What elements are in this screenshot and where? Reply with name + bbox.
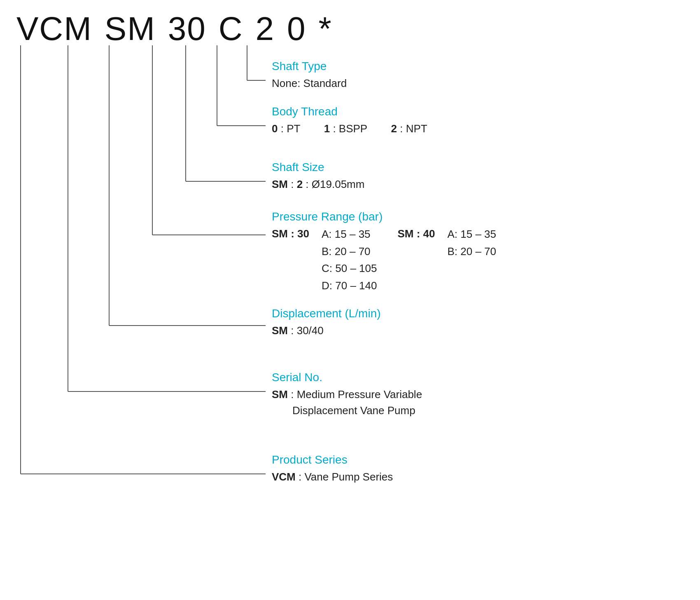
shaft-size-body: SM : 2 : Ø19.05mm: [272, 176, 364, 192]
serial-value2: Displacement Vane Pump: [292, 404, 415, 417]
serial-sm: SM: [272, 388, 288, 401]
pr-range-c: C: 50 – 105: [322, 260, 377, 277]
product-series-body: VCM : Vane Pump Series: [272, 469, 393, 485]
shaft-type-value: None: Standard: [272, 77, 347, 89]
bt-2: 2: [391, 122, 397, 135]
diagram-lines: [0, 0, 700, 600]
ps-value: : Vane Pump Series: [296, 471, 393, 483]
displacement-section: Displacement (L/min) SM : 30/40: [272, 307, 381, 339]
pressure-range-title: Pressure Range (bar): [272, 210, 496, 223]
shaft-size-title: Shaft Size: [272, 161, 364, 174]
pr40-range-b: B: 20 – 70: [448, 243, 497, 260]
pr-sm30-col: SM : 30: [272, 226, 309, 242]
code-30: 30: [168, 12, 206, 45]
product-series-section: Product Series VCM : Vane Pump Series: [272, 453, 393, 485]
main-container: VCM SM 30 C 2 0 * Shaft Type None: Stand…: [0, 0, 700, 600]
serial-line1: SM : Medium Pressure Variable: [272, 387, 422, 403]
pr-range-a: A: 15 – 35: [322, 226, 377, 243]
body-thread-section: Body Thread 0 : PT 1 : BSPP 2 : NPT: [272, 105, 427, 137]
ss-sm: SM: [272, 178, 288, 190]
pr-sm30-ranges: A: 15 – 35 B: 20 – 70 C: 50 – 105 D: 70 …: [322, 226, 377, 294]
disp-sm: SM: [272, 324, 288, 337]
serial-no-body: SM : Medium Pressure Variable Displaceme…: [272, 387, 422, 419]
code-2: 2: [256, 12, 275, 45]
ss-sep: :: [288, 178, 297, 190]
pr-sm40-ranges: A: 15 – 35 B: 20 – 70: [448, 226, 497, 260]
body-thread-body: 0 : PT 1 : BSPP 2 : NPT: [272, 121, 427, 137]
shaft-type-section: Shaft Type None: Standard: [272, 60, 347, 91]
disp-value: : 30/40: [288, 324, 324, 337]
serial-no-section: Serial No. SM : Medium Pressure Variable…: [272, 371, 422, 419]
pressure-range-body: SM : 30 A: 15 – 35 B: 20 – 70 C: 50 – 10…: [272, 226, 496, 294]
bt-2-label: : NPT: [397, 122, 427, 135]
code-c: C: [219, 12, 243, 45]
serial-value1: : Medium Pressure Variable: [288, 388, 422, 401]
pr40-range-a: A: 15 – 35: [448, 226, 497, 243]
pressure-range-section: Pressure Range (bar) SM : 30 A: 15 – 35 …: [272, 210, 496, 294]
body-thread-title: Body Thread: [272, 105, 427, 118]
pr-sm30-label: SM : 30: [272, 227, 309, 240]
ss-value: : Ø19.05mm: [303, 178, 364, 190]
bt-1: 1: [324, 122, 330, 135]
product-series-title: Product Series: [272, 453, 393, 466]
pr-range-b: B: 20 – 70: [322, 243, 377, 260]
serial-line2: Displacement Vane Pump: [272, 403, 422, 419]
code-sm: SM: [105, 12, 156, 45]
code-vcm: VCM: [16, 12, 92, 45]
shaft-size-section: Shaft Size SM : 2 : Ø19.05mm: [272, 161, 364, 192]
displacement-title: Displacement (L/min): [272, 307, 381, 320]
ss-2: 2: [297, 178, 303, 190]
ps-vcm: VCM: [272, 471, 296, 483]
bt-0-label: : PT: [278, 122, 300, 135]
code-0: 0: [287, 12, 306, 45]
shaft-type-body: None: Standard: [272, 75, 347, 91]
serial-no-title: Serial No.: [272, 371, 422, 384]
bt-0: 0: [272, 122, 278, 135]
pr-sm40-label: SM : 40: [397, 227, 435, 240]
code-row: VCM SM 30 C 2 0 *: [16, 12, 332, 45]
shaft-type-title: Shaft Type: [272, 60, 347, 73]
displacement-body: SM : 30/40: [272, 323, 381, 339]
pr-range-d: D: 70 – 140: [322, 277, 377, 295]
code-star: *: [319, 12, 332, 45]
pr-sm40-col: SM : 40: [397, 226, 435, 242]
bt-1-label: : BSPP: [330, 122, 367, 135]
